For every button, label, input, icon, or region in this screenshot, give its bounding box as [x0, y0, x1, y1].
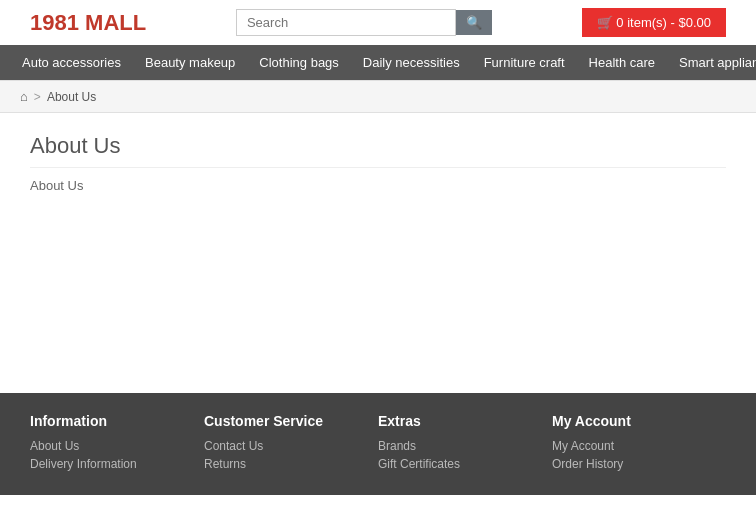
search-button[interactable]: 🔍 — [456, 10, 492, 35]
breadcrumb-current: About Us — [47, 90, 96, 104]
cart-icon: 🛒 — [597, 15, 613, 30]
breadcrumb-separator: > — [34, 90, 41, 104]
cart-label: 0 item(s) - $0.00 — [616, 15, 711, 30]
nav-item-auto-accessories[interactable]: Auto accessories — [10, 45, 133, 80]
footer-link-1-0[interactable]: Contact Us — [204, 439, 358, 453]
search-input[interactable] — [236, 9, 456, 36]
header: 1981 MALL 🔍 🛒 0 item(s) - $0.00 — [0, 0, 756, 45]
footer-col-3: My AccountMy AccountOrder History — [552, 413, 726, 475]
nav-item-daily-necessities[interactable]: Daily necessities — [351, 45, 472, 80]
footer-col-2: ExtrasBrandsGift Certificates — [378, 413, 552, 475]
footer-col-title-1: Customer Service — [204, 413, 358, 429]
footer-col-1: Customer ServiceContact UsReturns — [204, 413, 378, 475]
search-bar: 🔍 — [236, 9, 492, 36]
footer-col-title-0: Information — [30, 413, 184, 429]
footer: InformationAbout UsDelivery InformationC… — [0, 393, 756, 495]
page-title: About Us — [30, 133, 726, 168]
breadcrumb-home-icon[interactable]: ⌂ — [20, 89, 28, 104]
footer-link-3-0[interactable]: My Account — [552, 439, 706, 453]
nav-item-beauty-makeup[interactable]: Beauty makeup — [133, 45, 247, 80]
nav-item-smart-appliances[interactable]: Smart appliances — [667, 45, 756, 80]
breadcrumb: ⌂ > About Us — [0, 80, 756, 113]
page-subtitle: About Us — [30, 178, 726, 193]
nav-item-health-care[interactable]: Health care — [577, 45, 667, 80]
footer-grid: InformationAbout UsDelivery InformationC… — [30, 413, 726, 475]
footer-link-0-1[interactable]: Delivery Information — [30, 457, 184, 471]
main-content: About Us About Us — [0, 113, 756, 393]
logo[interactable]: 1981 MALL — [30, 10, 146, 36]
footer-link-2-0[interactable]: Brands — [378, 439, 532, 453]
cart-button[interactable]: 🛒 0 item(s) - $0.00 — [582, 8, 726, 37]
nav-item-clothing-bags[interactable]: Clothing bags — [247, 45, 351, 80]
footer-link-2-1[interactable]: Gift Certificates — [378, 457, 532, 471]
footer-link-1-1[interactable]: Returns — [204, 457, 358, 471]
nav-item-furniture-craft[interactable]: Furniture craft — [472, 45, 577, 80]
footer-col-0: InformationAbout UsDelivery Information — [30, 413, 204, 475]
footer-col-title-3: My Account — [552, 413, 706, 429]
footer-link-0-0[interactable]: About Us — [30, 439, 184, 453]
search-icon: 🔍 — [466, 15, 482, 30]
footer-col-title-2: Extras — [378, 413, 532, 429]
footer-link-3-1[interactable]: Order History — [552, 457, 706, 471]
nav-bar: Auto accessoriesBeauty makeupClothing ba… — [0, 45, 756, 80]
